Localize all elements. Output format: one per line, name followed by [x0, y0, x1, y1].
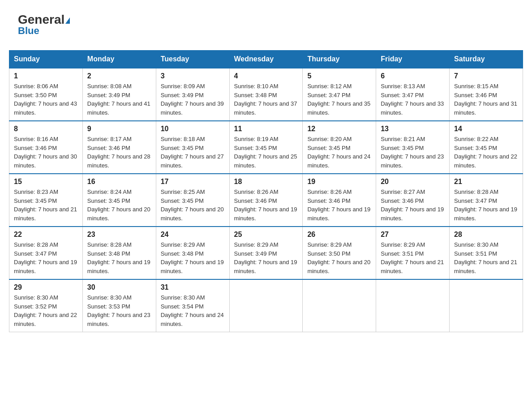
calendar-day-24: 24 Sunrise: 8:29 AMSunset: 3:48 PMDaylig… [156, 227, 229, 279]
calendar-day-14: 14 Sunrise: 8:22 AMSunset: 3:45 PMDaylig… [450, 121, 523, 174]
calendar-day-25: 25 Sunrise: 8:29 AMSunset: 3:49 PMDaylig… [229, 227, 303, 279]
calendar-week-row: 1 Sunrise: 8:06 AMSunset: 3:50 PMDayligh… [9, 68, 523, 121]
day-number: 10 [161, 125, 225, 133]
day-number: 8 [14, 125, 78, 133]
calendar-empty-cell [303, 279, 376, 332]
calendar-empty-cell [450, 279, 523, 332]
calendar-day-3: 3 Sunrise: 8:09 AMSunset: 3:49 PMDayligh… [156, 68, 229, 121]
day-info: Sunrise: 8:24 AMSunset: 3:45 PMDaylight:… [87, 188, 150, 222]
day-info: Sunrise: 8:28 AMSunset: 3:47 PMDaylight:… [14, 241, 77, 274]
calendar-day-12: 12 Sunrise: 8:20 AMSunset: 3:45 PMDaylig… [303, 121, 376, 174]
day-number: 11 [234, 125, 298, 133]
calendar-day-23: 23 Sunrise: 8:28 AMSunset: 3:48 PMDaylig… [82, 227, 156, 279]
calendar-week-row: 8 Sunrise: 8:16 AMSunset: 3:46 PMDayligh… [9, 121, 523, 174]
day-info: Sunrise: 8:08 AMSunset: 3:49 PMDaylight:… [87, 83, 150, 116]
day-number: 27 [381, 231, 445, 239]
day-info: Sunrise: 8:26 AMSunset: 3:46 PMDaylight:… [234, 188, 297, 222]
day-number: 13 [381, 125, 445, 133]
calendar-day-21: 21 Sunrise: 8:28 AMSunset: 3:47 PMDaylig… [450, 174, 523, 227]
day-info: Sunrise: 8:06 AMSunset: 3:50 PMDaylight:… [14, 83, 77, 116]
day-info: Sunrise: 8:30 AMSunset: 3:51 PMDaylight:… [454, 241, 517, 274]
day-info: Sunrise: 8:29 AMSunset: 3:50 PMDaylight:… [307, 241, 370, 274]
day-number: 5 [307, 72, 371, 80]
calendar-day-19: 19 Sunrise: 8:26 AMSunset: 3:46 PMDaylig… [303, 174, 376, 227]
calendar-day-22: 22 Sunrise: 8:28 AMSunset: 3:47 PMDaylig… [9, 227, 83, 279]
day-number: 2 [87, 72, 151, 80]
day-number: 19 [307, 178, 371, 186]
day-info: Sunrise: 8:29 AMSunset: 3:49 PMDaylight:… [234, 241, 297, 274]
day-number: 31 [161, 283, 225, 291]
calendar-day-18: 18 Sunrise: 8:26 AMSunset: 3:46 PMDaylig… [229, 174, 303, 227]
logo-general: General [18, 13, 70, 26]
day-info: Sunrise: 8:29 AMSunset: 3:48 PMDaylight:… [161, 241, 224, 274]
day-info: Sunrise: 8:12 AMSunset: 3:47 PMDaylight:… [307, 83, 370, 116]
day-number: 6 [381, 72, 445, 80]
day-info: Sunrise: 8:13 AMSunset: 3:47 PMDaylight:… [381, 83, 444, 116]
day-number: 4 [234, 72, 298, 80]
calendar-day-28: 28 Sunrise: 8:30 AMSunset: 3:51 PMDaylig… [450, 227, 523, 279]
calendar-header-wednesday: Wednesday [229, 51, 303, 68]
calendar-table: SundayMondayTuesdayWednesdayThursdayFrid… [9, 50, 523, 332]
day-info: Sunrise: 8:15 AMSunset: 3:46 PMDaylight:… [454, 83, 517, 116]
day-number: 12 [307, 125, 371, 133]
day-info: Sunrise: 8:17 AMSunset: 3:46 PMDaylight:… [87, 136, 150, 169]
day-info: Sunrise: 8:18 AMSunset: 3:45 PMDaylight:… [161, 136, 224, 169]
calendar-header-friday: Friday [376, 51, 450, 68]
calendar-day-7: 7 Sunrise: 8:15 AMSunset: 3:46 PMDayligh… [450, 68, 523, 121]
day-info: Sunrise: 8:28 AMSunset: 3:47 PMDaylight:… [454, 188, 517, 222]
day-number: 30 [87, 283, 151, 291]
calendar-day-26: 26 Sunrise: 8:29 AMSunset: 3:50 PMDaylig… [303, 227, 376, 279]
day-info: Sunrise: 8:20 AMSunset: 3:45 PMDaylight:… [307, 136, 370, 169]
calendar-day-2: 2 Sunrise: 8:08 AMSunset: 3:49 PMDayligh… [82, 68, 156, 121]
calendar-header-thursday: Thursday [303, 51, 376, 68]
calendar-day-30: 30 Sunrise: 8:30 AMSunset: 3:53 PMDaylig… [82, 279, 156, 332]
day-info: Sunrise: 8:28 AMSunset: 3:48 PMDaylight:… [87, 241, 150, 274]
calendar-header-monday: Monday [82, 51, 156, 68]
day-info: Sunrise: 8:30 AMSunset: 3:52 PMDaylight:… [14, 294, 77, 327]
day-number: 9 [87, 125, 151, 133]
logo-blue-text: Blue [18, 25, 39, 37]
calendar-header-saturday: Saturday [450, 51, 523, 68]
day-number: 29 [14, 283, 78, 291]
day-info: Sunrise: 8:10 AMSunset: 3:48 PMDaylight:… [234, 83, 297, 116]
calendar-day-6: 6 Sunrise: 8:13 AMSunset: 3:47 PMDayligh… [376, 68, 450, 121]
calendar-day-8: 8 Sunrise: 8:16 AMSunset: 3:46 PMDayligh… [9, 121, 83, 174]
day-info: Sunrise: 8:30 AMSunset: 3:53 PMDaylight:… [87, 294, 150, 327]
day-number: 15 [14, 178, 78, 186]
day-number: 26 [307, 231, 371, 239]
day-number: 3 [161, 72, 225, 80]
day-number: 23 [87, 231, 151, 239]
day-info: Sunrise: 8:23 AMSunset: 3:45 PMDaylight:… [14, 188, 77, 222]
calendar-day-11: 11 Sunrise: 8:19 AMSunset: 3:45 PMDaylig… [229, 121, 303, 174]
calendar-day-1: 1 Sunrise: 8:06 AMSunset: 3:50 PMDayligh… [9, 68, 83, 121]
calendar-week-row: 29 Sunrise: 8:30 AMSunset: 3:52 PMDaylig… [9, 279, 523, 332]
calendar-day-29: 29 Sunrise: 8:30 AMSunset: 3:52 PMDaylig… [9, 279, 83, 332]
calendar-week-row: 22 Sunrise: 8:28 AMSunset: 3:47 PMDaylig… [9, 227, 523, 279]
calendar-day-5: 5 Sunrise: 8:12 AMSunset: 3:47 PMDayligh… [303, 68, 376, 121]
day-info: Sunrise: 8:21 AMSunset: 3:45 PMDaylight:… [381, 136, 444, 169]
day-number: 28 [454, 231, 518, 239]
calendar-day-13: 13 Sunrise: 8:21 AMSunset: 3:45 PMDaylig… [376, 121, 450, 174]
day-info: Sunrise: 8:22 AMSunset: 3:45 PMDaylight:… [454, 136, 517, 169]
day-info: Sunrise: 8:19 AMSunset: 3:45 PMDaylight:… [234, 136, 297, 169]
day-info: Sunrise: 8:09 AMSunset: 3:49 PMDaylight:… [161, 83, 224, 116]
calendar-day-20: 20 Sunrise: 8:27 AMSunset: 3:46 PMDaylig… [376, 174, 450, 227]
calendar-day-16: 16 Sunrise: 8:24 AMSunset: 3:45 PMDaylig… [82, 174, 156, 227]
day-number: 21 [454, 178, 518, 186]
day-number: 24 [161, 231, 225, 239]
calendar-day-10: 10 Sunrise: 8:18 AMSunset: 3:45 PMDaylig… [156, 121, 229, 174]
page-header: General Blue [9, 9, 523, 41]
calendar-header-tuesday: Tuesday [156, 51, 229, 68]
day-info: Sunrise: 8:25 AMSunset: 3:45 PMDaylight:… [161, 188, 224, 222]
day-info: Sunrise: 8:27 AMSunset: 3:46 PMDaylight:… [381, 188, 444, 222]
day-number: 16 [87, 178, 151, 186]
day-number: 17 [161, 178, 225, 186]
calendar-day-17: 17 Sunrise: 8:25 AMSunset: 3:45 PMDaylig… [156, 174, 229, 227]
logo: General Blue [18, 13, 70, 37]
day-info: Sunrise: 8:29 AMSunset: 3:51 PMDaylight:… [381, 241, 444, 274]
day-number: 20 [381, 178, 445, 186]
day-number: 14 [454, 125, 518, 133]
calendar-day-15: 15 Sunrise: 8:23 AMSunset: 3:45 PMDaylig… [9, 174, 83, 227]
logo-triangle-icon [65, 17, 70, 24]
calendar-empty-cell [229, 279, 303, 332]
